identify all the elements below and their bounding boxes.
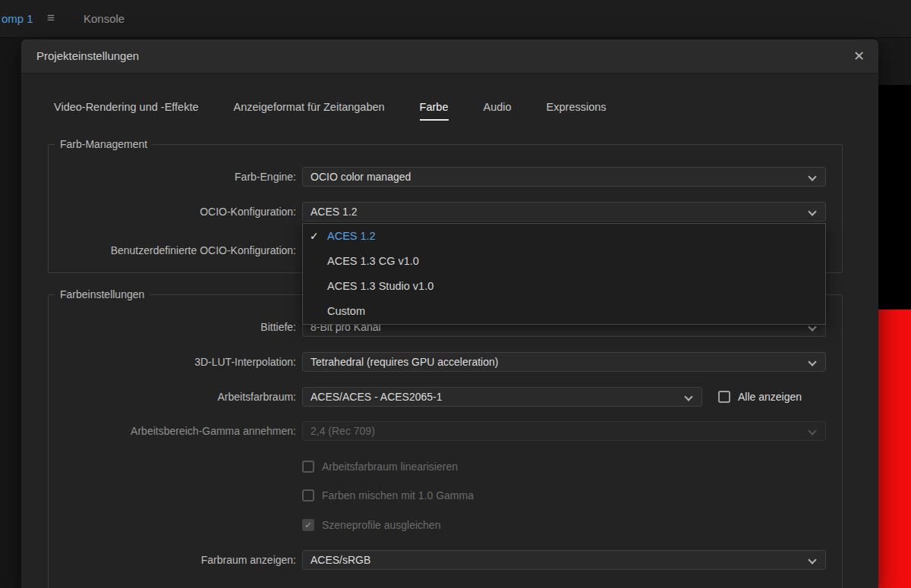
farb-engine-value: OCIO color managed: [310, 171, 411, 183]
chevron-down-icon: [808, 172, 816, 181]
farbeinstellungen-group: [48, 294, 843, 588]
settings-tabs: Video-Rendering und -Effekte Anzeigeform…: [54, 101, 607, 121]
tab-anzeigeformat[interactable]: Anzeigeformat für Zeitangaben: [234, 101, 385, 121]
tab-expressions[interactable]: Expressions: [547, 101, 607, 121]
background-strip-red: [878, 310, 911, 588]
check-icon: ✓: [304, 520, 312, 530]
gamma-dropdown: 2,4 (Rec 709): [302, 421, 826, 441]
panel-menu-icon[interactable]: ≡: [47, 11, 55, 26]
tab-farbe[interactable]: Farbe: [420, 101, 449, 121]
konsole-panel-tab[interactable]: Konsole: [84, 12, 125, 25]
background-strip-black: [878, 85, 911, 310]
dialog-title: Projekteinstellungen: [36, 49, 139, 62]
linearisieren-checkbox: [302, 461, 314, 473]
menu-item-label: ACES 1.3 CG v1.0: [327, 255, 419, 267]
menu-item-aces-1-2[interactable]: ✓ ACES 1.2: [303, 224, 825, 249]
custom-ocio-config-label: Benutzerdefinierte OCIO-Konfiguration:: [59, 241, 296, 260]
menu-item-custom[interactable]: Custom: [303, 299, 825, 324]
farbeinstellungen-legend: Farbeinstellungen: [55, 288, 150, 300]
tab-audio[interactable]: Audio: [484, 101, 512, 121]
top-panel-bar: omp 1 ≡ Konsole: [0, 0, 911, 38]
background-strip-dark: [878, 38, 911, 85]
ocio-config-label: OCIO-Konfiguration:: [59, 202, 296, 222]
chevron-down-icon: [808, 207, 816, 215]
bittiefe-label: Bittiefe:: [59, 317, 296, 337]
farbraum-anzeigen-value: ACES/sRGB: [310, 554, 370, 566]
comp-panel-tab[interactable]: omp 1: [2, 12, 33, 25]
farbraum-anzeigen-dropdown[interactable]: ACES/sRGB: [302, 550, 826, 570]
farb-engine-label: Farb-Engine:: [59, 167, 296, 187]
lut-interpolation-label: 3D-LUT-Interpolation:: [59, 352, 296, 372]
farben-mischen-checkbox: [302, 489, 314, 502]
gamma-value: 2,4 (Rec 709): [310, 425, 375, 437]
farb-management-legend: Farb-Management: [55, 138, 153, 150]
chevron-down-icon: [808, 357, 816, 366]
ocio-config-dropdown[interactable]: ACES 1.2: [302, 202, 826, 222]
close-icon[interactable]: ✕: [853, 48, 865, 64]
project-settings-dialog: Projekteinstellungen ✕ Video-Rendering u…: [21, 39, 878, 588]
alle-anzeigen-checkbox[interactable]: [718, 391, 730, 403]
check-icon: ✓: [310, 224, 319, 249]
tab-video-rendering[interactable]: Video-Rendering und -Effekte: [54, 101, 199, 121]
farb-engine-dropdown[interactable]: OCIO color managed: [302, 167, 826, 187]
app-window: omp 1 ≡ Konsole Projekteinstellungen ✕ V…: [0, 0, 911, 588]
ocio-config-menu: ✓ ACES 1.2 ACES 1.3 CG v1.0 ACES 1.3 Stu…: [302, 223, 826, 325]
arbeitsfarbraum-label: Arbeitsfarbraum:: [59, 387, 296, 407]
chevron-down-icon: [808, 555, 816, 564]
arbeitsfarbraum-dropdown[interactable]: ACES/ACES - ACES2065-1: [302, 387, 702, 407]
szeneprofile-checkbox: ✓: [302, 519, 314, 531]
menu-item-aces-1-3-cg[interactable]: ACES 1.3 CG v1.0: [303, 249, 825, 274]
farbraum-anzeigen-label: Farbraum anzeigen:: [59, 550, 296, 570]
lut-interpolation-value: Tetrahedral (requires GPU acceleration): [310, 356, 498, 368]
dialog-titlebar[interactable]: Projekteinstellungen ✕: [21, 39, 878, 74]
gamma-label: Arbeitsbereich-Gamma annehmen:: [59, 421, 296, 441]
ocio-config-value: ACES 1.2: [310, 206, 357, 218]
farben-mischen-label: Farben mischen mit 1.0 Gamma: [322, 489, 474, 502]
menu-item-aces-1-3-studio[interactable]: ACES 1.3 Studio v1.0: [303, 274, 825, 299]
szeneprofile-label: Szeneprofile ausgleichen: [322, 518, 440, 532]
arbeitsfarbraum-value: ACES/ACES - ACES2065-1: [310, 391, 443, 403]
alle-anzeigen-label: Alle anzeigen: [738, 390, 802, 404]
menu-item-label: ACES 1.2: [327, 230, 376, 242]
chevron-down-icon: [684, 392, 692, 401]
menu-item-label: Custom: [327, 305, 365, 317]
linearisieren-label: Arbeitsfarbraum linearisieren: [322, 460, 458, 473]
chevron-down-icon: [808, 426, 816, 435]
lut-interpolation-dropdown[interactable]: Tetrahedral (requires GPU acceleration): [302, 352, 826, 372]
menu-item-label: ACES 1.3 Studio v1.0: [327, 280, 433, 292]
